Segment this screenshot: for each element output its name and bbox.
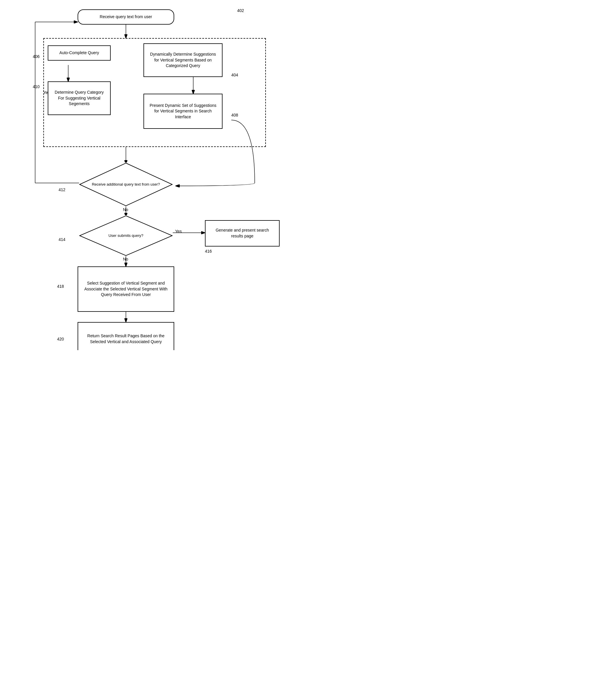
label-420: 420 (57, 337, 64, 342)
label-412: 412 (58, 187, 65, 192)
label-no-1: No (123, 207, 128, 212)
box-select-suggestion: Select Suggestion of Vertical Segment an… (77, 266, 174, 312)
label-yes-right: Yes (175, 229, 182, 234)
box-dynamically-determine: Dynamically Determine Suggestions for Ve… (143, 43, 223, 77)
box-determine-category: Determine Query Category For Suggesting … (48, 82, 111, 115)
label-414: 414 (58, 237, 65, 242)
label-no-2: No (123, 257, 128, 261)
label-406: 406 (33, 54, 39, 59)
box-present-dynamic: Present Dynamic Set of Suggestions for V… (143, 94, 223, 129)
box-auto-complete: Auto-Complete Query (48, 46, 111, 60)
label-416: 416 (205, 249, 212, 253)
label-410: 410 (33, 84, 39, 89)
box-receive-query: Receive query text from user (77, 10, 174, 24)
label-408: 408 (231, 113, 238, 117)
label-402: 402 (237, 8, 244, 13)
box-return-search: Return Search Result Pages Based on the … (77, 322, 174, 350)
diamond-receive-additional: Receive additional query text from user? (79, 162, 173, 206)
box-generate-present: Generate and present search results page (205, 220, 280, 246)
label-404: 404 (231, 73, 238, 77)
label-418: 418 (57, 284, 64, 289)
diagram-container: 402 Receive query text from user 404 406… (0, 0, 304, 350)
diamond-user-submits: User submits query? (79, 215, 173, 256)
